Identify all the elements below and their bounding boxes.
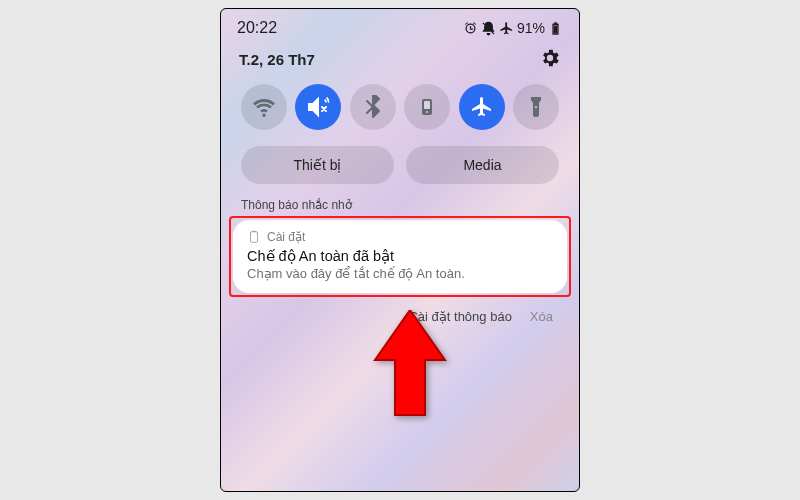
notif-section-label: Thông báo nhắc nhở (221, 192, 579, 214)
date-label: T.2, 26 Th7 (239, 51, 315, 68)
notif-app-name: Cài đặt (267, 230, 305, 244)
toggle-flashlight[interactable] (513, 84, 559, 130)
notif-body: Chạm vào đây để tắt chế độ An toàn. (247, 266, 553, 281)
alarm-icon (463, 21, 478, 36)
mute-vibrate-icon (306, 95, 330, 119)
date-row: T.2, 26 Th7 (221, 39, 579, 80)
svg-rect-0 (554, 26, 558, 34)
toggle-sound[interactable] (295, 84, 341, 130)
media-button[interactable]: Media (406, 146, 559, 184)
wifi-icon (252, 95, 276, 119)
settings-app-icon (247, 230, 261, 244)
flashlight-icon (524, 95, 548, 119)
svg-rect-4 (251, 232, 258, 243)
vibrate-icon (481, 21, 496, 36)
rotation-lock-icon (415, 95, 439, 119)
notif-settings-link[interactable]: Cài đặt thông báo (408, 309, 511, 324)
battery-text: 91% (517, 20, 545, 36)
quick-settings-row (221, 80, 579, 138)
status-time: 20:22 (237, 19, 277, 37)
gear-icon (539, 47, 561, 69)
safe-mode-notification[interactable]: Cài đặt Chế độ An toàn đã bật Chạm vào đ… (233, 220, 567, 293)
battery-icon (548, 21, 563, 36)
toggle-wifi[interactable] (241, 84, 287, 130)
toggle-rotation[interactable] (404, 84, 450, 130)
toggle-airplane[interactable] (459, 84, 505, 130)
phone-screen: 20:22 91% T.2, 26 Th7 (220, 8, 580, 492)
airplane-status-icon (499, 21, 514, 36)
clear-all-link[interactable]: Xóa (530, 309, 553, 324)
status-bar: 20:22 91% (221, 9, 579, 39)
airplane-icon (470, 95, 494, 119)
settings-gear-button[interactable] (539, 47, 561, 72)
devices-button[interactable]: Thiết bị (241, 146, 394, 184)
svg-point-3 (426, 111, 428, 113)
media-devices-row: Thiết bị Media (221, 138, 579, 192)
notif-app-row: Cài đặt (247, 230, 553, 244)
status-icons: 91% (463, 20, 563, 36)
highlight-box: Cài đặt Chế độ An toàn đã bật Chạm vào đ… (229, 216, 571, 297)
svg-rect-2 (424, 101, 430, 109)
notif-title: Chế độ An toàn đã bật (247, 248, 553, 264)
shade-actions: Cài đặt thông báo Xóa (221, 297, 579, 324)
bluetooth-icon (361, 95, 385, 119)
toggle-bluetooth[interactable] (350, 84, 396, 130)
